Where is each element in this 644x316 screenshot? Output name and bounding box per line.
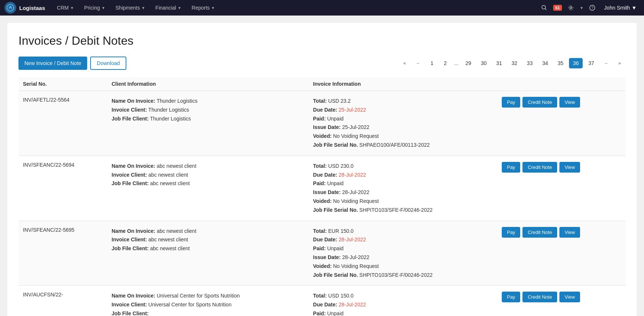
client-name-label: Name On Invoice: [112, 293, 155, 299]
nav-financial[interactable]: Financial ▼ [151, 0, 186, 16]
invoice-info: Total: USD 230.0 Due Date: 28-Jul-2022 P… [313, 162, 493, 215]
search-button[interactable] [538, 3, 550, 12]
view-button[interactable]: View [559, 97, 580, 108]
invoice-client-label: Invoice Client: [112, 237, 147, 242]
serial-number: INV/SFEANC/22-5694 [23, 162, 74, 168]
svg-text:?: ? [592, 6, 594, 10]
job-file-label: Job File Client: [112, 245, 149, 251]
total-label: Total: [313, 163, 327, 169]
pagination-page-36[interactable]: 36 [569, 58, 583, 68]
nav-shipments[interactable]: Shipments ▼ [111, 0, 150, 16]
serial-number: INV/AUCFSN/22- [23, 292, 63, 298]
invoice-client-label: Invoice Client: [112, 172, 147, 178]
total-label: Total: [313, 98, 327, 104]
job-serial-value: SHPAEO100/AFE/00113-2022 [360, 142, 430, 148]
pagination-first[interactable]: « [399, 58, 410, 68]
total-value: USD 230.0 [328, 163, 353, 169]
pagination-page-2[interactable]: 2 [439, 58, 451, 68]
pagination-page-31[interactable]: 31 [492, 58, 506, 68]
view-button[interactable]: View [559, 292, 580, 302]
total-value: USD 23.2 [328, 98, 351, 104]
job-serial-value: SHPITO103/SFE-F/00246-2022 [360, 207, 433, 213]
pagination-page-35[interactable]: 35 [553, 58, 568, 68]
nav-reports[interactable]: Reports ▼ [187, 0, 219, 16]
gear-icon [568, 5, 574, 11]
client-name-label: Name On Invoice: [112, 163, 155, 169]
job-file-label: Job File Client: [112, 310, 149, 316]
job-serial-label: Job File Serial No. [313, 207, 358, 213]
nav-crm[interactable]: CRM ▼ [52, 0, 78, 16]
credit-note-button[interactable]: Credit Note [522, 97, 557, 108]
toolbar: New Invoice / Debit Note Download « ← 1 … [18, 57, 626, 70]
nav-reports-label: Reports [192, 5, 210, 11]
paid-label: Paid: [313, 310, 326, 316]
job-file-value: abc newest client [150, 180, 190, 186]
pagination-page-34[interactable]: 34 [538, 58, 552, 68]
voided-label: Voided: [313, 133, 331, 139]
credit-note-button[interactable]: Credit Note [522, 162, 557, 173]
view-button[interactable]: View [559, 227, 580, 238]
voided-value: No Voiding Request [333, 263, 379, 269]
settings-button[interactable] [565, 3, 577, 12]
credit-note-button[interactable]: Credit Note [522, 292, 557, 302]
credit-note-button[interactable]: Credit Note [522, 227, 557, 238]
svg-point-1 [542, 6, 545, 9]
issue-date-label: Issue Date: [313, 124, 341, 130]
nav-crm-chevron: ▼ [70, 6, 74, 10]
job-file-value: Thunder Logistics [150, 116, 191, 122]
view-button[interactable]: View [559, 162, 580, 173]
due-date-label: Due Date: [313, 107, 337, 113]
nav-pricing[interactable]: Pricing ▼ [80, 0, 110, 16]
table-header: Serial No. Client Information Invoice In… [18, 77, 626, 91]
pagination-page-32[interactable]: 32 [508, 58, 522, 68]
client-name-value: abc newest client [157, 228, 196, 234]
voided-label: Voided: [313, 198, 331, 204]
nav-crm-label: CRM [57, 5, 69, 11]
paid-value: Unpaid [327, 116, 343, 122]
pagination-page-30[interactable]: 30 [477, 58, 491, 68]
invoice-client-label: Invoice Client: [112, 107, 147, 113]
voided-value: No Voiding Request [333, 133, 379, 139]
nav-financial-chevron: ▼ [178, 6, 181, 10]
pay-button[interactable]: Pay [502, 227, 520, 238]
pagination-next[interactable]: → [600, 58, 612, 68]
issue-date-value: 28-Jul-2022 [342, 189, 369, 195]
pay-button[interactable]: Pay [502, 162, 520, 173]
user-chevron: ▼ [631, 5, 637, 11]
help-button[interactable]: ? [586, 3, 598, 12]
new-invoice-button[interactable]: New Invoice / Debit Note [18, 57, 87, 70]
serial-number: INV/SFEANC/22-5695 [23, 227, 74, 233]
pagination-prev[interactable]: ← [412, 58, 425, 68]
pagination-page-1[interactable]: 1 [426, 58, 438, 68]
row-actions: Pay Credit Note View [502, 292, 621, 302]
user-menu[interactable]: John Smith ▼ [601, 5, 640, 11]
client-info: Name On Invoice: abc newest client Invoi… [112, 162, 304, 188]
voided-label: Voided: [313, 263, 331, 269]
nav-shipments-label: Shipments [116, 5, 140, 11]
svg-point-3 [570, 7, 572, 9]
voided-value: No Voiding Request [333, 198, 379, 204]
invoice-info: Total: EUR 150.0 Due Date: 28-Jul-2022 P… [313, 227, 493, 280]
main-content: Invoices / Debit Notes New Invoice / Deb… [7, 23, 637, 316]
pagination-page-33[interactable]: 33 [523, 58, 537, 68]
paid-label: Paid: [313, 245, 326, 251]
pagination-page-29[interactable]: 29 [461, 58, 476, 68]
pagination: « ← 1 2 ... 29 30 31 32 33 34 35 36 37 →… [399, 58, 626, 68]
col-serial: Serial No. [18, 77, 107, 91]
pagination-last[interactable]: » [614, 58, 626, 68]
total-label: Total: [313, 228, 327, 234]
logo[interactable]: Logistaas [4, 2, 45, 14]
notification-badge[interactable]: 61 [553, 5, 562, 11]
table-row: INV/AFETL/22-5564 Name On Invoice: Thund… [18, 91, 626, 156]
download-button[interactable]: Download [90, 57, 126, 70]
due-date-value: 25-Jul-2022 [339, 107, 366, 113]
job-file-label: Job File Client: [112, 116, 149, 122]
total-value: USD 150.0 [328, 293, 353, 299]
paid-label: Paid: [313, 116, 326, 122]
navbar: Logistaas CRM ▼ Pricing ▼ Shipments ▼ Fi… [0, 0, 644, 16]
pay-button[interactable]: Pay [502, 97, 520, 108]
client-name-value: abc newest client [157, 163, 196, 169]
pay-button[interactable]: Pay [502, 292, 520, 302]
pagination-page-37[interactable]: 37 [584, 58, 598, 68]
invoices-table: Serial No. Client Information Invoice In… [18, 77, 626, 316]
